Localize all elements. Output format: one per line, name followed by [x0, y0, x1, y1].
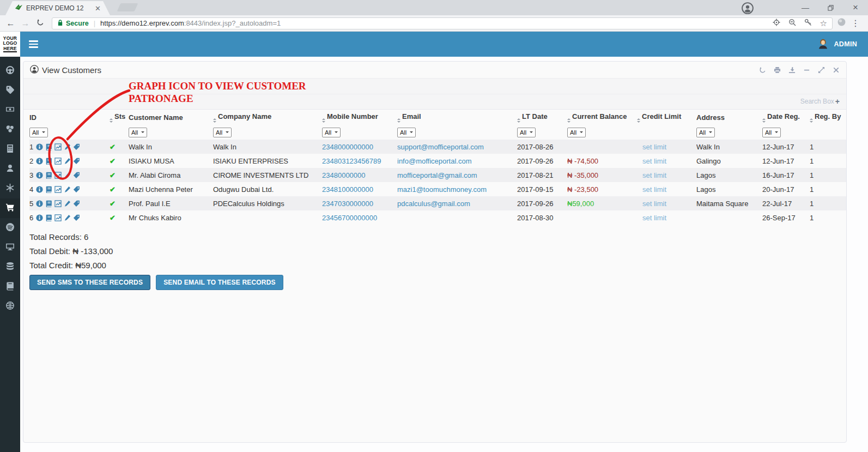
sort-arrows-icon[interactable] — [637, 118, 640, 123]
mobile-link[interactable]: 23456700000000 — [322, 214, 377, 222]
sidebar-item-tags[interactable] — [0, 81, 20, 100]
filter-select-id[interactable]: All — [29, 128, 48, 137]
info-icon[interactable] — [36, 172, 43, 179]
send-email-button[interactable]: SEND EMAIL TO THESE RECORDS — [156, 275, 283, 290]
ledger-icon[interactable] — [45, 158, 52, 165]
chart-icon[interactable] — [54, 158, 62, 165]
browser-profile-icon[interactable] — [742, 2, 754, 14]
sort-arrows-icon[interactable] — [762, 118, 766, 123]
info-icon[interactable] — [36, 186, 43, 193]
sidebar-item-book[interactable] — [0, 277, 20, 297]
column-header-credit-limit[interactable]: Credit Limit — [637, 110, 696, 125]
filter-select-mobile-number[interactable]: All — [322, 128, 341, 137]
ledger-icon[interactable] — [45, 143, 52, 150]
tag-icon[interactable] — [73, 143, 80, 150]
sidebar-item-disc[interactable] — [0, 218, 20, 238]
tag-icon[interactable] — [73, 186, 80, 193]
chart-icon[interactable] — [54, 172, 62, 179]
chart-icon[interactable] — [54, 186, 62, 193]
sort-arrows-icon[interactable] — [110, 118, 113, 123]
email-link[interactable]: mazi1@toomuchmoney.com — [397, 185, 487, 194]
sidebar-item-snowflake[interactable] — [0, 179, 20, 198]
sort-arrows-icon[interactable] — [517, 118, 520, 123]
filter-select-address[interactable]: All — [696, 128, 715, 137]
close-panel-icon[interactable] — [833, 67, 840, 74]
ledger-icon[interactable] — [45, 200, 52, 207]
info-icon[interactable] — [36, 214, 43, 221]
tab-close-icon[interactable]: ✕ — [95, 4, 101, 13]
restore-icon[interactable] — [818, 0, 843, 15]
sidebar-item-cart[interactable] — [0, 198, 20, 218]
edit-icon[interactable] — [64, 143, 71, 150]
admin-user-label[interactable]: ADMIN — [834, 40, 857, 48]
sort-arrows-icon[interactable] — [810, 118, 813, 123]
mobile-link[interactable]: 23480000000 — [322, 171, 366, 179]
edit-icon[interactable] — [64, 158, 71, 165]
user-avatar[interactable] — [817, 37, 829, 52]
chart-icon[interactable] — [54, 214, 62, 221]
chart-icon[interactable] — [54, 200, 62, 207]
column-header-sts[interactable]: Sts — [110, 110, 129, 125]
expand-icon[interactable] — [818, 67, 825, 74]
reload-icon[interactable] — [33, 19, 47, 28]
set-limit-link[interactable]: set limit — [642, 200, 666, 208]
download-icon[interactable] — [788, 67, 796, 74]
email-link[interactable]: pdcalculus@gmail.com — [397, 200, 470, 208]
ledger-icon[interactable] — [45, 172, 52, 179]
filter-select-lt-date[interactable]: All — [517, 128, 536, 137]
minimize-icon[interactable]: — — [793, 0, 818, 15]
sidebar-item-monitor[interactable] — [0, 238, 20, 257]
sidebar-item-calculator[interactable] — [0, 140, 20, 159]
filter-select-date-reg[interactable]: All — [762, 128, 781, 137]
mobile-link[interactable]: 2348100000000 — [322, 185, 373, 194]
forward-icon[interactable]: → — [18, 19, 33, 28]
sidebar-item-cash[interactable] — [0, 100, 20, 120]
sidebar-item-dashboard[interactable] — [0, 61, 20, 81]
extension-icon[interactable] — [837, 17, 846, 29]
sidebar-item-user[interactable] — [0, 159, 20, 179]
sort-arrows-icon[interactable] — [213, 118, 216, 123]
sidebar-item-globe[interactable] — [0, 297, 20, 316]
sort-arrows-icon[interactable] — [397, 118, 400, 123]
set-limit-link[interactable]: set limit — [642, 214, 666, 222]
edit-icon[interactable] — [64, 214, 71, 221]
location-target-icon[interactable] — [773, 19, 780, 28]
column-header-lt-date[interactable]: LT Date — [517, 110, 567, 125]
sort-arrows-icon[interactable] — [567, 118, 570, 123]
column-header-reg-by[interactable]: Reg. By — [810, 110, 846, 125]
back-icon[interactable]: ← — [3, 19, 18, 28]
ledger-icon[interactable] — [45, 214, 52, 221]
close-window-icon[interactable]: × — [843, 0, 868, 15]
set-limit-link[interactable]: set limit — [642, 171, 666, 179]
set-limit-link[interactable]: set limit — [642, 143, 666, 151]
sidebar-toggle-icon[interactable] — [20, 32, 46, 57]
password-key-icon[interactable] — [804, 19, 812, 28]
email-link[interactable]: mofficeportal@gmail.com — [397, 171, 477, 179]
browser-menu-icon[interactable]: ⋮ — [846, 18, 865, 28]
new-tab-button[interactable] — [117, 3, 138, 11]
filter-select-email[interactable]: All — [397, 128, 416, 137]
app-logo[interactable]: YOUR LOGO HERE — [0, 32, 20, 57]
edit-icon[interactable] — [64, 200, 71, 207]
email-link[interactable]: support@mofficeportal.com — [397, 143, 484, 151]
set-limit-link[interactable]: set limit — [642, 185, 666, 194]
info-icon[interactable] — [36, 143, 43, 150]
mobile-link[interactable]: 2348000000000 — [322, 143, 373, 151]
bookmark-star-icon[interactable]: ☆ — [820, 19, 827, 28]
filter-select-current-balance[interactable]: All — [567, 128, 586, 137]
info-icon[interactable] — [36, 200, 43, 207]
refresh-icon[interactable] — [759, 67, 766, 74]
filter-select-company-name[interactable]: All — [213, 128, 232, 137]
info-icon[interactable] — [36, 158, 43, 165]
tag-icon[interactable] — [73, 172, 80, 179]
email-link[interactable]: info@mofficeportal.com — [397, 157, 472, 165]
search-box-add-icon[interactable]: + — [835, 97, 840, 106]
tag-icon[interactable] — [73, 158, 80, 165]
browser-tab[interactable]: ERPREV DEMO 12 ✕ — [5, 1, 110, 15]
sidebar-item-coins[interactable] — [0, 120, 20, 140]
ledger-icon[interactable] — [45, 186, 52, 193]
edit-icon[interactable] — [64, 172, 71, 179]
send-sms-button[interactable]: SEND SMS TO THESE RECORDS — [29, 275, 150, 290]
address-bar[interactable]: Secure | https://demo12.erprev.com:8443/… — [52, 17, 833, 29]
set-limit-link[interactable]: set limit — [642, 157, 666, 165]
